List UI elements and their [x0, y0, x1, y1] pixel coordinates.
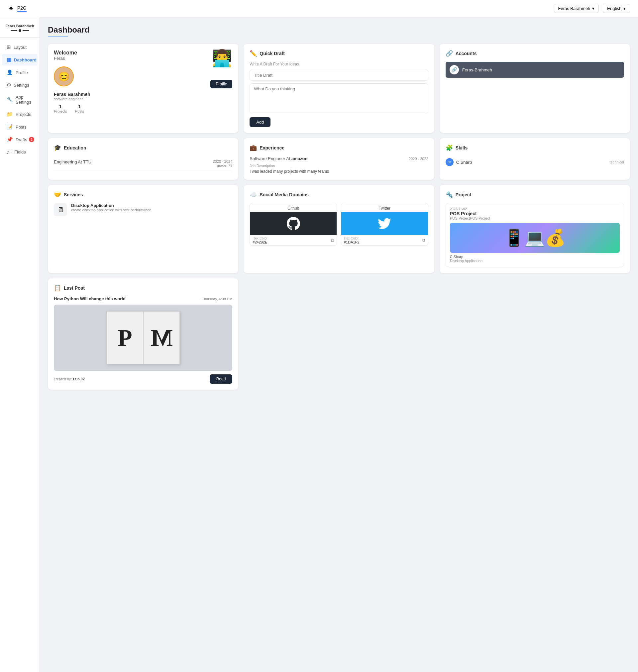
- project-card: 🔩 Project 2022-11-02 POS Project POS Pro…: [440, 185, 630, 273]
- posts-icon: 📝: [7, 124, 13, 130]
- creator-label: created by:: [54, 377, 72, 381]
- project-date: 2022-11-02: [450, 207, 620, 211]
- account-icon: 🔗: [450, 65, 459, 74]
- welcome-label: Welcome: [54, 50, 77, 56]
- skills-icon: 🧩: [446, 144, 453, 152]
- welcome-illustration: 👨‍💻: [212, 50, 232, 66]
- exp-header: Software Enginner At amazon 2020 - 2022: [250, 156, 428, 161]
- last-post-label: Last Post: [64, 285, 85, 291]
- service-name: Discktop Application: [71, 203, 151, 208]
- draft-title-input[interactable]: [250, 70, 428, 81]
- sidebar-item-drafts[interactable]: 📌 Drafts 1: [2, 134, 37, 145]
- profile-button[interactable]: Profile: [210, 80, 232, 88]
- pm-right: M: [144, 312, 180, 364]
- page-title: Dashboard: [48, 25, 630, 35]
- exp-company-name: amazon: [291, 156, 307, 161]
- edu-text: Engineering At TTU: [54, 159, 91, 165]
- social-github-hex-row: Hex Color #24292E ⧉: [250, 235, 337, 245]
- quick-draft-title: ✏️ Quick Draft: [250, 50, 428, 57]
- last-post-card: 📋 Last Post How Python Will change this …: [48, 278, 238, 390]
- topnav: ✦ P2G Feras Barahmeh ▾ English ▾: [0, 0, 638, 17]
- social-hex-group-2: Hex Color #1DA1F2: [344, 237, 359, 244]
- sidebar-item-posts[interactable]: 📝 Posts: [2, 121, 37, 133]
- welcome-name: Feras: [54, 56, 77, 61]
- project-service: Discktop Application: [450, 259, 620, 263]
- stat-projects-label: Projects: [54, 109, 67, 113]
- sidebar: Feras Barahmeh ⊞ Layout ▦ Dashboard 👤 Pr…: [0, 17, 40, 672]
- skill-name: C Sharp: [456, 160, 472, 165]
- brand: ✦ P2G: [8, 4, 27, 13]
- read-button[interactable]: Read: [210, 374, 233, 384]
- project-desc: POS ProjectPOS Project: [450, 216, 620, 220]
- project-icon: 🔩: [446, 191, 453, 198]
- copy-icon-2[interactable]: ⧉: [422, 238, 425, 243]
- education-title: 🎓 Education: [54, 144, 232, 152]
- twitter-icon: [378, 217, 391, 230]
- profile-icon: 👤: [7, 69, 13, 75]
- post-creator: created by: f.f.b.02: [54, 377, 85, 381]
- user-stats: 1 Projects 1 Posts: [54, 104, 232, 113]
- lang-label: English: [607, 6, 621, 11]
- project-title: 🔩 Project: [446, 191, 624, 198]
- project-image: 📱💻💰: [450, 223, 620, 253]
- lang-dropdown[interactable]: English ▾: [603, 4, 630, 13]
- pm-letter-m: M: [150, 324, 173, 352]
- hex-label: Hex Color: [253, 237, 267, 240]
- skill-row: C# C Sharp technical: [446, 156, 624, 168]
- experience-card: 💼 Experience Software Enginner At amazon…: [244, 138, 434, 180]
- welcome-card: Welcome Feras 👨‍💻 😊 Profile Feras Barahm…: [48, 44, 238, 133]
- social-media-card: ☁️ Social Media Domains Github: [244, 185, 434, 273]
- social-twitter-name: Twitter: [341, 203, 428, 212]
- add-draft-button[interactable]: Add: [250, 117, 270, 127]
- experience-icon: 💼: [250, 144, 257, 152]
- sidebar-item-fields[interactable]: 🏷 Fields: [2, 147, 37, 157]
- sidebar-item-label: Profile: [16, 70, 28, 75]
- sidebar-line: [11, 30, 17, 31]
- brand-title: P2G: [17, 5, 27, 11]
- quick-draft-label: Quick Draft: [259, 51, 284, 56]
- avatar: 😊: [54, 66, 74, 86]
- services-label: Services: [64, 192, 83, 197]
- service-icon: 🖥: [54, 203, 67, 216]
- education-card: 🎓 Education Engineering At TTU 2020 - 20…: [48, 138, 238, 180]
- services-icon: 🤝: [54, 191, 61, 198]
- pm-left: P: [107, 312, 144, 364]
- stat-posts-num: 1: [75, 104, 84, 109]
- sidebar-item-projects[interactable]: 📁 Projects: [2, 109, 37, 120]
- page-title-underline: [48, 36, 68, 37]
- accounts-label: Accounts: [456, 51, 477, 56]
- user-label: Feras Barahmeh: [558, 6, 590, 11]
- sidebar-item-layout[interactable]: ⊞ Layout: [2, 41, 37, 53]
- user-dropdown[interactable]: Feras Barahmeh ▾: [554, 4, 599, 13]
- user-info: Feras Barahmeh software engineer 1 Proje…: [54, 92, 232, 113]
- row-1: Welcome Feras 👨‍💻 😊 Profile Feras Barahm…: [48, 44, 630, 133]
- quick-draft-card: ✏️ Quick Draft Write A Draft For Your Id…: [244, 44, 434, 133]
- sidebar-item-dashboard[interactable]: ▦ Dashboard: [2, 54, 37, 66]
- sidebar-username: Feras Barahmeh: [5, 24, 34, 28]
- drafts-icon: 📌: [7, 137, 13, 142]
- brand-logo: ✦: [8, 4, 14, 13]
- edu-grade: grade: 75: [213, 163, 233, 168]
- project-img-placeholder: 📱💻💰: [504, 228, 566, 247]
- social-media-label: Social Media Domains: [259, 192, 309, 197]
- skills-label: Skills: [456, 145, 468, 151]
- social-grid: Github Hex Color #24292E ⧉: [250, 203, 428, 246]
- sidebar-line-2: [22, 30, 29, 31]
- services-title: 🤝 Services: [54, 191, 232, 198]
- post-image: P M: [54, 305, 232, 371]
- service-info: Discktop Application create discktop app…: [71, 203, 151, 212]
- pm-letter-p: P: [118, 324, 132, 352]
- sidebar-item-profile[interactable]: 👤 Profile: [2, 67, 37, 78]
- sidebar-item-app-settings[interactable]: 🔧 App Settings: [2, 92, 37, 107]
- last-post-title: 📋 Last Post: [54, 285, 232, 292]
- social-github-card: Github Hex Color #24292E ⧉: [250, 203, 337, 246]
- sidebar-decoration: [11, 29, 29, 32]
- github-hex-value: #24292E: [253, 240, 267, 244]
- stat-projects: 1 Projects: [54, 104, 67, 113]
- exp-desc-label: Job Description: [250, 164, 428, 168]
- post-article-title: How Python Will change this world: [54, 296, 125, 301]
- copy-icon[interactable]: ⧉: [331, 238, 334, 243]
- education-icon: 🎓: [54, 144, 61, 152]
- sidebar-item-settings[interactable]: ⚙ Settings: [2, 80, 37, 91]
- draft-body-input[interactable]: [250, 83, 428, 113]
